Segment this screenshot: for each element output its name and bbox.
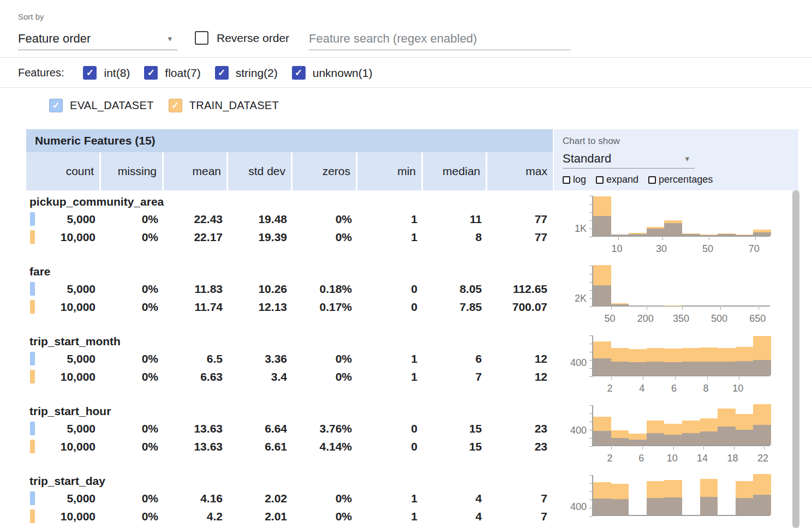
eval-stats-row: 5,0000%13.636.643.76%01523 <box>26 419 553 437</box>
chart-type-dropdown[interactable]: Standard ▾ <box>563 149 695 169</box>
feature-type-label: string(2) <box>236 67 278 80</box>
feature-search-input[interactable] <box>309 27 571 50</box>
checkbox-unchecked-icon[interactable] <box>648 176 656 184</box>
x-axis-tick-label: 18 <box>722 453 744 464</box>
checkbox-unchecked-icon[interactable] <box>195 31 208 45</box>
column-header-zeros: zeros <box>292 152 357 190</box>
stat-min: 0 <box>357 419 423 437</box>
stat-count: 10,000 <box>26 298 101 316</box>
eval-bar <box>664 223 682 236</box>
stat-min: 1 <box>357 210 423 228</box>
x-axis-tick-label: 6 <box>630 453 652 464</box>
train-stats-row: 10,0000%6.633.40%1712 <box>26 368 553 386</box>
feature-type-filter-float[interactable]: ✓float(7) <box>144 66 200 80</box>
checkbox-checked-icon[interactable]: ✓ <box>292 66 306 80</box>
histogram-trip_start_hour: 4002610141822 <box>558 400 798 470</box>
feature-type-label: float(7) <box>165 67 200 80</box>
column-header-median: median <box>423 152 487 190</box>
eval-bar <box>682 362 700 375</box>
stat-median: 7 <box>423 368 487 386</box>
scrollbar-thumb[interactable] <box>792 190 799 528</box>
checkbox-checked-icon[interactable]: ✓ <box>49 99 63 112</box>
stat-zeros: 0.18% <box>292 280 357 298</box>
toolbar: Sort by Feature order ▾ Reverse order <box>0 0 812 58</box>
eval-color-marker <box>30 491 35 505</box>
x-axis-tick-label: 10 <box>727 383 749 394</box>
reverse-order-label: Reverse order <box>217 32 289 45</box>
eval-bar <box>736 430 754 446</box>
stat-max: 77 <box>487 228 553 246</box>
dataset-label: EVAL_DATASET <box>70 99 154 112</box>
stat-zeros: 0% <box>292 210 357 228</box>
eval-bar <box>753 360 771 375</box>
stat-mean: 4.16 <box>164 489 228 507</box>
stat-std-dev: 19.39 <box>228 228 292 246</box>
x-axis-tick-label: 2 <box>599 453 621 464</box>
checkbox-checked-icon[interactable]: ✓ <box>215 66 229 80</box>
histogram-plot <box>592 405 770 446</box>
dataset-toggle-eval[interactable]: ✓EVAL_DATASET <box>49 99 154 112</box>
facets-overview-page: Sort by Feature order ▾ Reverse order Fe… <box>0 0 812 528</box>
feature-type-filter-string[interactable]: ✓string(2) <box>215 66 278 80</box>
reverse-order-checkbox[interactable]: Reverse order <box>195 31 289 45</box>
checkbox-checked-icon[interactable]: ✓ <box>169 99 182 112</box>
feature-type-filter-row: Features: ✓int(8)✓float(7)✓string(2)✓unk… <box>0 58 812 88</box>
x-axis-labels: 2610141822 <box>558 453 798 465</box>
stat-max: 23 <box>487 419 553 437</box>
toggle-expand[interactable]: expand <box>596 174 638 185</box>
stat-median: 15 <box>423 419 487 437</box>
vertical-scrollbar[interactable] <box>792 190 799 528</box>
checkbox-checked-icon[interactable]: ✓ <box>144 66 158 80</box>
eval-bar <box>593 499 611 515</box>
checkbox-unchecked-icon[interactable] <box>563 176 570 184</box>
eval-bar <box>611 362 629 375</box>
eval-color-marker <box>30 212 35 226</box>
stat-std-dev: 12.13 <box>228 298 292 316</box>
x-axis-tick-label: 14 <box>691 453 713 464</box>
stat-std-dev: 2.01 <box>228 507 292 525</box>
numeric-features-header: Numeric Features (15) <box>26 129 553 152</box>
eval-bar <box>700 235 718 236</box>
stat-zeros: 0% <box>292 350 357 368</box>
checkbox-checked-icon[interactable]: ✓ <box>83 66 97 80</box>
dropdown-caret-icon: ▾ <box>168 34 177 44</box>
stat-count: 5,000 <box>26 280 101 298</box>
stat-zeros: 4.14% <box>292 437 357 455</box>
chart-controls-panel: Chart to show Standard ▾ logexpandpercen… <box>554 129 798 190</box>
feature-type-label: int(8) <box>104 67 130 80</box>
stat-median: 7.85 <box>423 298 487 316</box>
x-axis-tick-label: 500 <box>708 313 730 325</box>
eval-color-marker <box>30 352 35 365</box>
train-color-marker <box>30 440 35 453</box>
stat-missing: 0% <box>101 210 164 228</box>
stat-max: 7 <box>487 489 553 507</box>
features-caption: Features: <box>18 67 64 79</box>
checkbox-unchecked-icon[interactable] <box>596 176 604 184</box>
toggle-label: log <box>573 174 586 185</box>
stat-missing: 0% <box>101 489 164 507</box>
stat-count: 10,000 <box>26 368 101 386</box>
sort-by-dropdown[interactable]: Feature order ▾ <box>18 27 177 50</box>
column-header-missing: missing <box>101 152 164 190</box>
eval-bar <box>647 433 665 446</box>
stat-min: 1 <box>357 350 423 368</box>
eval-bar <box>700 431 718 445</box>
dataset-legend-row: ✓EVAL_DATASET✓TRAIN_DATASET <box>0 88 812 122</box>
y-axis-label: 400 <box>558 425 587 436</box>
toggle-percentages[interactable]: percentages <box>648 174 713 185</box>
train-stats-row: 10,0000%22.1719.390%1877 <box>26 228 553 246</box>
feature-type-filter-int[interactable]: ✓int(8) <box>83 66 130 80</box>
toggle-log[interactable]: log <box>563 174 586 185</box>
feature-type-filter-unknown[interactable]: ✓unknown(1) <box>292 66 373 80</box>
column-header-mean: mean <box>164 152 228 190</box>
eval-bar <box>718 362 736 375</box>
dataset-toggle-train[interactable]: ✓TRAIN_DATASET <box>169 99 279 112</box>
stat-min: 0 <box>357 437 423 455</box>
stat-min: 0 <box>357 298 423 316</box>
dataset-label: TRAIN_DATASET <box>189 99 279 112</box>
stat-std-dev: 3.4 <box>228 368 292 386</box>
eval-stats-row: 5,0000%6.53.360%1612 <box>26 350 553 368</box>
train-stats-row: 10,0000%13.636.614.14%01523 <box>26 437 553 455</box>
stat-zeros: 0% <box>292 368 357 386</box>
stat-missing: 0% <box>101 280 164 298</box>
